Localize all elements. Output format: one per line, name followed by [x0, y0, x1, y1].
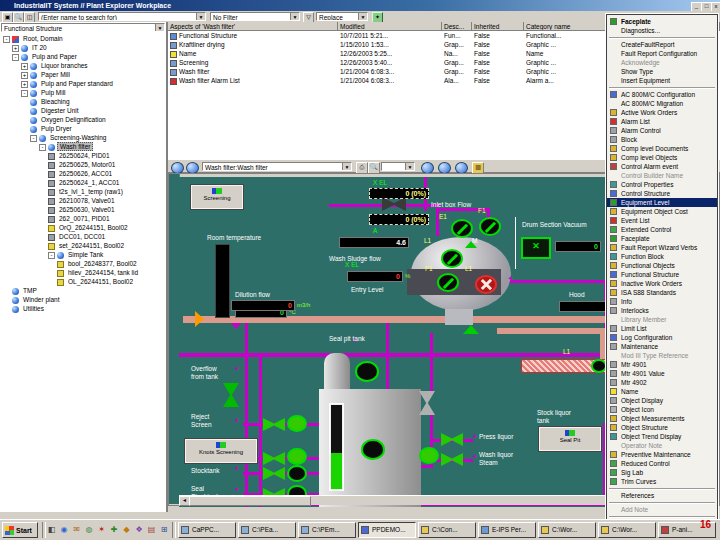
bowtie-valve-icon[interactable]	[263, 418, 285, 431]
quick-launch-icon[interactable]: ◉	[59, 524, 70, 536]
pump-icon[interactable]	[591, 359, 607, 373]
quick-launch-icon[interactable]: ✶	[96, 524, 107, 536]
tree-item[interactable]: Digester Unit	[0, 106, 166, 115]
quick-launch-icon[interactable]: ◆	[121, 524, 132, 536]
tree-item[interactable]: TMP	[0, 286, 166, 295]
menu-item[interactable]: Insert Equipment	[607, 76, 717, 85]
menu-item[interactable]: AC 800M/C Migration	[607, 99, 717, 108]
tree-item[interactable]: set_26244151, Bool02	[0, 241, 166, 250]
task-button[interactable]: C:\Con...	[418, 522, 476, 538]
tree-item[interactable]: DCC01, DCC01	[0, 232, 166, 241]
menu-item[interactable]: Control Properties	[607, 180, 717, 189]
tree-item[interactable]: 26250625, Motor01	[0, 160, 166, 169]
pump-icon[interactable]	[287, 465, 307, 482]
chevron-down-icon[interactable]: ▼	[290, 13, 299, 20]
tree-item[interactable]: Bleaching	[0, 97, 166, 106]
closed-valve-icon[interactable]	[475, 275, 497, 294]
menu-item[interactable]: Equipment Level	[607, 198, 717, 207]
rotary-valve-icon[interactable]	[437, 273, 459, 292]
tree-item[interactable]: -Screening-Washing	[0, 133, 166, 142]
menu-item[interactable]: Log Configuration	[607, 333, 717, 342]
menu-item[interactable]: Name	[607, 387, 717, 396]
menu-item[interactable]: Preventive Maintenance	[607, 450, 717, 459]
search-combo[interactable]: (Enter name to search for)▼	[38, 12, 206, 21]
tree-item[interactable]: bool_26248377, Bool02	[0, 259, 166, 268]
menu-item[interactable]: Control Alarm event	[607, 162, 717, 171]
menu-item[interactable]: Fault Report Wizard Verbs	[607, 243, 717, 252]
task-button[interactable]: C:\PEm...	[298, 522, 356, 538]
menu-item[interactable]: Mtr 4902	[607, 378, 717, 387]
menu-item[interactable]: Object Structure	[607, 423, 717, 432]
menu-item[interactable]: Comp level Objects	[607, 153, 717, 162]
menu-item[interactable]: Function Block	[607, 252, 717, 261]
column-header[interactable]: Inherited	[472, 22, 524, 31]
column-header[interactable]: Modified	[338, 22, 442, 31]
tree-item[interactable]: 262_0071, PID01	[0, 214, 166, 223]
pump-icon[interactable]	[287, 448, 307, 465]
menu-item[interactable]: Interlocks	[607, 306, 717, 315]
task-button[interactable]: E-IPS Per...	[478, 522, 536, 538]
hourglass-valve-icon[interactable]	[419, 391, 435, 415]
task-button[interactable]: CaPPC...	[178, 522, 236, 538]
bowtie-valve-icon[interactable]	[441, 453, 463, 466]
menu-item[interactable]: Block	[607, 135, 717, 144]
tree-item[interactable]: -Pulp Mill	[0, 88, 166, 97]
menu-item[interactable]: Mtr 4901 Value	[607, 369, 717, 378]
tree-item[interactable]: -Wash filter	[0, 142, 166, 151]
scrollbar-thumb[interactable]	[189, 496, 311, 506]
menu-item[interactable]: Object Display	[607, 396, 717, 405]
tree-item[interactable]: OL_26244151, Bool02	[0, 277, 166, 286]
column-header[interactable]: Aspects of 'Wash filter'	[168, 22, 338, 31]
tree-expander[interactable]: -	[48, 252, 55, 259]
menu-item[interactable]: Functional Structure	[607, 270, 717, 279]
task-button[interactable]: C:\Wor...	[538, 522, 596, 538]
menu-item[interactable]: Limit List	[607, 324, 717, 333]
chevron-down-icon[interactable]: ▼	[342, 163, 351, 170]
menu-item[interactable]: Comp level Documents	[607, 144, 717, 153]
quick-launch-icon[interactable]: ◧	[46, 524, 57, 536]
tree-item[interactable]: 26210078, Valve01	[0, 196, 166, 205]
tree-expander[interactable]: -	[39, 144, 46, 151]
tree-expander[interactable]: -	[3, 36, 10, 43]
tree-expander[interactable]: -	[30, 135, 37, 142]
chevron-down-icon[interactable]: ▼	[405, 163, 414, 170]
menu-item[interactable]: Fault Report Configuration►	[607, 49, 717, 58]
menu-item[interactable]: Show Type	[607, 67, 717, 76]
menu-item[interactable]: Object Measurements	[607, 414, 717, 423]
vacuum-valve-icon[interactable]: ✕	[521, 237, 551, 259]
menu-item[interactable]: Info	[607, 297, 717, 306]
menu-item[interactable]: Mtr 4901	[607, 360, 717, 369]
tree-item[interactable]: +Liquor branches	[0, 61, 166, 70]
tree-item[interactable]: OrQ_26244151, Bool02	[0, 223, 166, 232]
quick-launch-icon[interactable]: ⊞	[159, 524, 170, 536]
menu-item[interactable]: Trim Curves	[607, 477, 717, 486]
pump-icon[interactable]	[361, 439, 385, 460]
column-header[interactable]: Desc...	[442, 22, 472, 31]
pump-icon[interactable]	[287, 415, 307, 432]
tree-item[interactable]: Utilities	[0, 304, 166, 313]
menu-item[interactable]: Event List	[607, 216, 717, 225]
tree-item[interactable]: t2s_lvl_1_temp (raw1)	[0, 187, 166, 196]
rotary-valve-icon[interactable]	[451, 219, 473, 238]
quick-launch-icon[interactable]: ✉	[71, 524, 82, 536]
tree-item[interactable]: 26250626, ACC01	[0, 169, 166, 178]
menu-item[interactable]: References►	[607, 491, 717, 500]
tree-item[interactable]: -Pulp and Paper	[0, 52, 166, 61]
bowtie-valve-icon[interactable]	[263, 452, 285, 465]
quick-launch-icon[interactable]: ▤	[146, 524, 157, 536]
chevron-down-icon[interactable]: ▼	[155, 24, 164, 31]
menu-item[interactable]: Alarm List	[607, 117, 717, 126]
tree-expander[interactable]: -	[12, 54, 19, 61]
tree-item[interactable]: +Paper Mill	[0, 70, 166, 79]
menu-item[interactable]: Inactive Work Orders	[607, 279, 717, 288]
menu-item[interactable]: Maintenance	[607, 342, 717, 351]
tree-item[interactable]: 26250624, PID01	[0, 151, 166, 160]
menu-item[interactable]: Functional Objects	[607, 261, 717, 270]
menu-item[interactable]: Reduced Control	[607, 459, 717, 468]
tree-item[interactable]: 26250630, Valve01	[0, 205, 166, 214]
quick-launch-icon[interactable]: ✚	[109, 524, 120, 536]
display-nav-button[interactable]: Screening	[191, 185, 243, 209]
task-button[interactable]: C:\Wor...	[598, 522, 656, 538]
filter-combo[interactable]: No Filter▼	[210, 12, 300, 21]
menu-item[interactable]: Control Structure	[607, 189, 717, 198]
